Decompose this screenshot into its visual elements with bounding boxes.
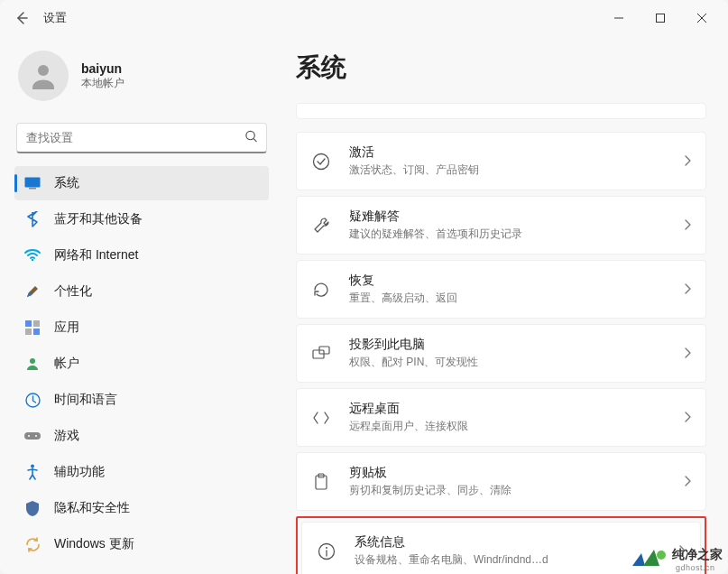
nav-label: 辅助功能 bbox=[54, 464, 105, 480]
svg-rect-3 bbox=[25, 178, 41, 188]
maximize-icon bbox=[656, 14, 665, 23]
card-title: 系统信息 bbox=[355, 534, 671, 551]
svg-rect-7 bbox=[33, 320, 40, 327]
card-sub: 激活状态、订阅、产品密钥 bbox=[349, 162, 677, 178]
card-troubleshoot[interactable]: 疑难解答建议的疑难解答、首选项和历史记录 bbox=[296, 196, 706, 255]
card-title: 投影到此电脑 bbox=[349, 337, 677, 353]
search-input[interactable] bbox=[16, 123, 267, 153]
avatar bbox=[18, 51, 69, 101]
wifi-icon bbox=[23, 246, 41, 264]
card-clipboard[interactable]: 剪贴板剪切和复制历史记录、同步、清除 bbox=[296, 452, 706, 511]
svg-rect-4 bbox=[29, 188, 36, 190]
nav-label: 个性化 bbox=[54, 283, 92, 300]
brush-icon bbox=[23, 282, 41, 301]
titlebar: 设置 bbox=[0, 0, 728, 36]
profile-sub: 本地帐户 bbox=[81, 76, 124, 91]
card-sub: 权限、配对 PIN、可发现性 bbox=[349, 355, 677, 370]
search-icon bbox=[244, 130, 258, 147]
sidebar: baiyun 本地帐户 系统 蓝牙和其他设备 bbox=[0, 36, 280, 574]
nav-apps[interactable]: 应用 bbox=[14, 310, 269, 345]
svg-point-2 bbox=[246, 131, 254, 139]
chevron-right-icon bbox=[684, 153, 691, 170]
nav-label: Windows 更新 bbox=[54, 536, 134, 552]
svg-rect-12 bbox=[24, 432, 41, 440]
close-button[interactable] bbox=[681, 2, 723, 34]
chevron-right-icon bbox=[684, 410, 691, 426]
person-icon bbox=[27, 60, 60, 92]
card-remote-desktop[interactable]: 远程桌面远程桌面用户、连接权限 bbox=[296, 388, 706, 447]
remote-icon bbox=[311, 408, 331, 428]
profile-name: baiyun bbox=[81, 61, 124, 76]
card-project[interactable]: 投影到此电脑权限、配对 PIN、可发现性 bbox=[296, 324, 706, 383]
arrow-left-icon bbox=[14, 11, 29, 25]
nav-bluetooth[interactable]: 蓝牙和其他设备 bbox=[14, 202, 269, 236]
svg-point-10 bbox=[30, 358, 35, 364]
card-sub: 剪切和复制历史记录、同步、清除 bbox=[349, 483, 677, 498]
close-icon bbox=[697, 14, 706, 23]
accessibility-icon bbox=[23, 463, 41, 481]
card-title: 恢复 bbox=[349, 273, 677, 289]
project-icon bbox=[311, 344, 331, 364]
svg-point-13 bbox=[28, 435, 30, 437]
card-title: 远程桌面 bbox=[349, 401, 677, 417]
nav-privacy[interactable]: 隐私和安全性 bbox=[14, 491, 269, 525]
svg-point-15 bbox=[31, 465, 34, 468]
gamepad-icon bbox=[23, 427, 41, 445]
nav-accounts[interactable]: 帐户 bbox=[14, 347, 269, 381]
svg-point-1 bbox=[38, 65, 49, 76]
chevron-right-icon bbox=[684, 474, 691, 490]
nav: 系统 蓝牙和其他设备 网络和 Internet 个性化 应用 bbox=[14, 166, 269, 561]
card-sliver[interactable] bbox=[296, 103, 706, 119]
svg-point-16 bbox=[314, 153, 329, 169]
back-button[interactable] bbox=[5, 2, 38, 34]
clock-globe-icon bbox=[23, 391, 41, 409]
minimize-button[interactable] bbox=[598, 2, 640, 34]
nav-label: 游戏 bbox=[54, 428, 79, 444]
nav-gaming[interactable]: 游戏 bbox=[14, 419, 269, 453]
svg-rect-6 bbox=[25, 320, 32, 327]
nav-windows-update[interactable]: Windows 更新 bbox=[14, 527, 269, 561]
clipboard-icon bbox=[311, 472, 331, 492]
minimize-icon bbox=[614, 14, 623, 23]
card-about[interactable]: 系统信息设备规格、重命名电脑、Windr/indnd…d bbox=[301, 522, 701, 574]
nav-label: 蓝牙和其他设备 bbox=[54, 211, 143, 227]
search-wrap bbox=[16, 123, 267, 153]
nav-system[interactable]: 系统 bbox=[14, 166, 269, 200]
page-title: 系统 bbox=[296, 51, 706, 85]
card-title: 剪贴板 bbox=[349, 465, 677, 481]
app-title: 设置 bbox=[43, 10, 67, 26]
update-icon bbox=[23, 535, 41, 553]
main-panel: 系统 激活激活状态、订阅、产品密钥 疑难解答建议的疑难解答、首选项和历史记录 恢… bbox=[280, 36, 728, 574]
svg-rect-8 bbox=[25, 329, 32, 335]
svg-rect-9 bbox=[33, 329, 40, 335]
nav-accessibility[interactable]: 辅助功能 bbox=[14, 455, 269, 489]
account-icon bbox=[23, 355, 41, 373]
card-sub: 设备规格、重命名电脑、Windr/indnd…d bbox=[355, 552, 671, 568]
card-activation[interactable]: 激活激活状态、订阅、产品密钥 bbox=[296, 132, 706, 190]
profile[interactable]: baiyun 本地帐户 bbox=[14, 43, 269, 117]
nav-label: 帐户 bbox=[54, 356, 79, 372]
chevron-right-icon bbox=[678, 543, 686, 560]
card-sub: 重置、高级启动、返回 bbox=[349, 291, 677, 306]
nav-time-language[interactable]: 时间和语言 bbox=[14, 383, 269, 417]
check-circle-icon bbox=[311, 152, 331, 171]
info-icon bbox=[317, 542, 336, 561]
display-icon bbox=[23, 174, 41, 192]
card-recovery[interactable]: 恢复重置、高级启动、返回 bbox=[296, 260, 706, 319]
bluetooth-icon bbox=[23, 210, 41, 228]
svg-point-22 bbox=[326, 547, 327, 549]
card-sub: 建议的疑难解答、首选项和历史记录 bbox=[349, 227, 677, 242]
nav-personalization[interactable]: 个性化 bbox=[14, 274, 269, 309]
chevron-right-icon bbox=[684, 346, 691, 362]
nav-label: 隐私和安全性 bbox=[54, 500, 130, 516]
chevron-right-icon bbox=[684, 282, 691, 298]
nav-label: 网络和 Internet bbox=[54, 247, 138, 264]
nav-label: 时间和语言 bbox=[54, 392, 117, 408]
maximize-button[interactable] bbox=[640, 2, 681, 34]
recovery-icon bbox=[311, 280, 331, 300]
nav-network[interactable]: 网络和 Internet bbox=[14, 238, 269, 273]
svg-rect-0 bbox=[657, 14, 665, 23]
nav-label: 系统 bbox=[54, 175, 79, 191]
card-sub: 远程桌面用户、连接权限 bbox=[349, 419, 677, 434]
svg-point-5 bbox=[32, 259, 33, 261]
